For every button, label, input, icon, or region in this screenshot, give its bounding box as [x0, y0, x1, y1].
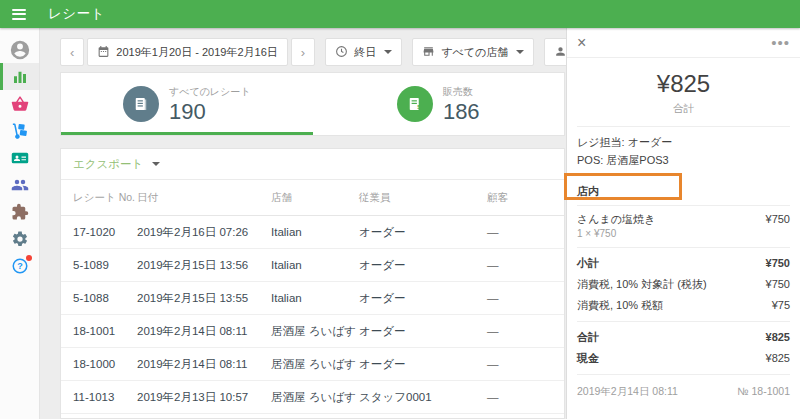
divider	[577, 321, 790, 322]
date-range-label: 2019年1月20日 - 2019年2月16日	[116, 45, 277, 60]
line-item: さんまの塩焼き ¥750	[567, 212, 800, 227]
receipt-detail-panel: × ••• ¥825 合計 レジ担当: オーダー POS: 居酒屋POS3 店内…	[566, 28, 800, 419]
dining-option-section: 店内	[577, 177, 790, 206]
col-date: 日付	[137, 191, 271, 205]
table-row[interactable]: 18-1001 2019年2月14日 08:11 居酒屋 ろいばす オーダー —	[61, 315, 564, 348]
cell-receipt-no: 11-1013	[73, 391, 137, 403]
export-label: エクスポート	[73, 157, 143, 172]
cell-store: 居酒屋 ろいばす	[271, 357, 359, 372]
prev-period-button[interactable]: ‹	[60, 38, 84, 66]
table-header-row: レシート No. 日付 店舗 従業員 顧客	[61, 180, 564, 216]
cell-date: 2019年2月13日 10:57	[137, 390, 271, 405]
cell-receipt-no: 17-1020	[73, 226, 137, 238]
item-qty-line: 1 × ¥750	[567, 228, 800, 239]
divider	[577, 247, 790, 248]
main-content: ‹ 2019年1月20日 - 2019年2月16日 › 終日	[40, 28, 566, 419]
table-row[interactable]: 5-1088 2019年2月15日 13:55 Italian オーダー —	[61, 282, 564, 315]
chevron-down-icon	[516, 50, 524, 54]
cell-customer: —	[487, 358, 552, 370]
cell-receipt-no: 5-1089	[73, 259, 137, 271]
clock-icon	[335, 45, 348, 60]
receipt-footer: 2019年2月14日 08:11 № 18-1001	[567, 377, 800, 407]
svg-text:?: ?	[17, 261, 23, 271]
sidebar-item-settings[interactable]	[0, 225, 39, 252]
svg-text:$: $	[417, 104, 421, 110]
sidebar-item-customers[interactable]	[0, 171, 39, 198]
sidebar-item-account[interactable]	[0, 36, 39, 63]
help-icon: ?	[11, 257, 29, 275]
cell-store: Italian	[271, 259, 359, 271]
cash-row: 現金 ¥825	[567, 351, 800, 366]
divider	[577, 374, 790, 375]
cell-date: 2019年2月15日 13:55	[137, 291, 271, 306]
next-period-button[interactable]: ›	[291, 38, 315, 66]
col-receipt-no: レシート No.	[73, 191, 137, 205]
more-options-icon[interactable]: •••	[771, 35, 790, 50]
subtotal-row: 小計 ¥750	[567, 256, 800, 271]
col-customer: 顧客	[487, 191, 552, 205]
menu-icon[interactable]	[12, 9, 26, 20]
cell-store: Italian	[271, 226, 359, 238]
grand-total-label: 合計	[577, 330, 599, 345]
table-row[interactable]: 5-1089 2019年2月15日 13:56 Italian オーダー —	[61, 249, 564, 282]
sidebar-item-inventory[interactable]	[0, 117, 39, 144]
receipt-total-amount: ¥825	[577, 70, 790, 98]
chevron-down-icon	[384, 50, 392, 54]
tab-all-receipts[interactable]: すべてのレシート 190	[61, 73, 313, 135]
receipt-total-block: ¥825 合計	[577, 58, 790, 127]
cell-customer: —	[487, 226, 552, 238]
receipt-number: № 18-1001	[737, 385, 790, 399]
calendar-icon	[97, 45, 110, 60]
date-range-button[interactable]: 2019年1月20日 - 2019年2月16日	[87, 38, 287, 66]
close-icon[interactable]: ×	[577, 35, 586, 51]
cell-store: Italian	[271, 292, 359, 304]
cell-customer: —	[487, 325, 552, 337]
receipt-icon	[123, 86, 159, 122]
subtotal-label: 小計	[577, 256, 599, 271]
top-app-bar: レシート	[0, 0, 800, 28]
id-card-icon	[11, 149, 29, 167]
receipt-total-label: 合計	[577, 102, 790, 116]
bar-chart-icon	[11, 68, 29, 86]
sidebar-item-integrations[interactable]	[0, 198, 39, 225]
tab-value: 190	[169, 100, 251, 123]
export-dropdown[interactable]: エクスポート	[73, 157, 160, 172]
tax-base-row: 消費税, 10% 対象計 (税抜) ¥750	[567, 277, 800, 292]
tab-sales-count[interactable]: $ 販売数 186	[313, 73, 565, 135]
page-title: レシート	[48, 5, 105, 23]
cash-value: ¥825	[766, 352, 790, 364]
store-icon	[422, 45, 435, 60]
chevron-down-icon	[152, 162, 160, 166]
col-employee: 従業員	[359, 191, 487, 205]
cell-employee: オーダー	[359, 258, 487, 273]
item-name: さんまの塩焼き	[577, 212, 655, 227]
cell-employee: オーダー	[359, 324, 487, 339]
cell-employee: オーダー	[359, 225, 487, 240]
cell-date: 2019年2月14日 08:11	[137, 357, 271, 372]
tax-amount-value: ¥75	[772, 299, 790, 311]
sidebar-item-reports[interactable]	[0, 63, 39, 90]
sidebar-item-employees[interactable]	[0, 144, 39, 171]
receipts-table-card: エクスポート レシート No. 日付 店舗 従業員 顧客 17-1020 201…	[60, 148, 565, 419]
table-row[interactable]: 18-1000 2019年2月14日 08:11 居酒屋 ろいばす オーダー —	[61, 348, 564, 381]
table-row[interactable]: 17-1020 2019年2月16日 07:26 Italian オーダー —	[61, 216, 564, 249]
cash-label: 現金	[577, 351, 599, 366]
sidebar-item-help[interactable]: ?	[0, 252, 39, 279]
cell-employee: スタッフ0001	[359, 390, 487, 405]
cell-date: 2019年2月14日 08:11	[137, 324, 271, 339]
hand-truck-icon	[11, 122, 29, 140]
cell-store: 居酒屋 ろいばす	[271, 324, 359, 339]
account-circle-icon	[9, 39, 31, 61]
store-filter-button[interactable]: すべての店舗	[412, 38, 534, 66]
sidebar-item-items[interactable]	[0, 90, 39, 117]
app-window: レシート	[0, 0, 800, 419]
grand-total-value: ¥825	[766, 331, 790, 343]
tab-value: 186	[443, 100, 480, 123]
active-tab-indicator	[61, 132, 313, 135]
time-filter-button[interactable]: 終日	[325, 38, 402, 66]
sidebar-nav: ?	[0, 28, 40, 419]
panel-header: × •••	[567, 28, 800, 58]
cell-customer: —	[487, 259, 552, 271]
table-row[interactable]: 11-1013 2019年2月13日 10:57 居酒屋 ろいばす スタッフ00…	[61, 381, 564, 414]
basket-icon	[11, 95, 29, 113]
